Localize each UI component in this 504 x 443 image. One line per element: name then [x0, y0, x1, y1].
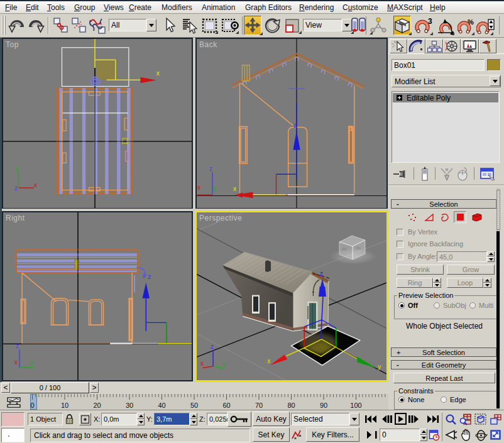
- svg-text:y: y: [378, 363, 381, 370]
- svg-text:Back: Back: [199, 40, 217, 49]
- svg-text:z: z: [320, 270, 324, 277]
- svg-text:Top: Top: [6, 40, 19, 49]
- svg-text:z: z: [211, 343, 214, 350]
- svg-text:20: 20: [93, 402, 101, 409]
- svg-text:y: y: [213, 185, 216, 192]
- svg-text:z: z: [148, 273, 151, 280]
- svg-text:10: 10: [61, 402, 68, 409]
- svg-text:x: x: [197, 184, 200, 191]
- svg-text:x: x: [156, 69, 160, 77]
- svg-text:x: x: [267, 357, 271, 364]
- svg-text:x: x: [34, 182, 37, 189]
- svg-text:z: z: [16, 342, 19, 349]
- svg-text:Right: Right: [6, 214, 25, 222]
- svg-text:z: z: [209, 165, 212, 172]
- svg-text:z: z: [293, 121, 297, 129]
- svg-text:100: 100: [350, 402, 361, 409]
- svg-text:Perspective: Perspective: [199, 214, 242, 222]
- svg-text:0: 0: [30, 402, 34, 409]
- svg-text:%: %: [468, 18, 474, 26]
- svg-text:90: 90: [320, 402, 327, 409]
- svg-text:z: z: [14, 185, 18, 192]
- svg-text:x: x: [233, 185, 236, 192]
- svg-text:40: 40: [158, 402, 165, 409]
- svg-text:y: y: [30, 359, 33, 366]
- svg-text:3: 3: [428, 17, 432, 26]
- svg-text:y: y: [222, 361, 226, 368]
- svg-text:x: x: [200, 360, 204, 367]
- svg-text:60: 60: [222, 402, 230, 409]
- svg-text:70: 70: [255, 402, 263, 409]
- svg-text:50: 50: [190, 402, 198, 409]
- svg-text:x: x: [14, 359, 18, 366]
- svg-text:y: y: [16, 165, 19, 172]
- svg-text:80: 80: [287, 402, 295, 409]
- svg-text:30: 30: [126, 402, 133, 409]
